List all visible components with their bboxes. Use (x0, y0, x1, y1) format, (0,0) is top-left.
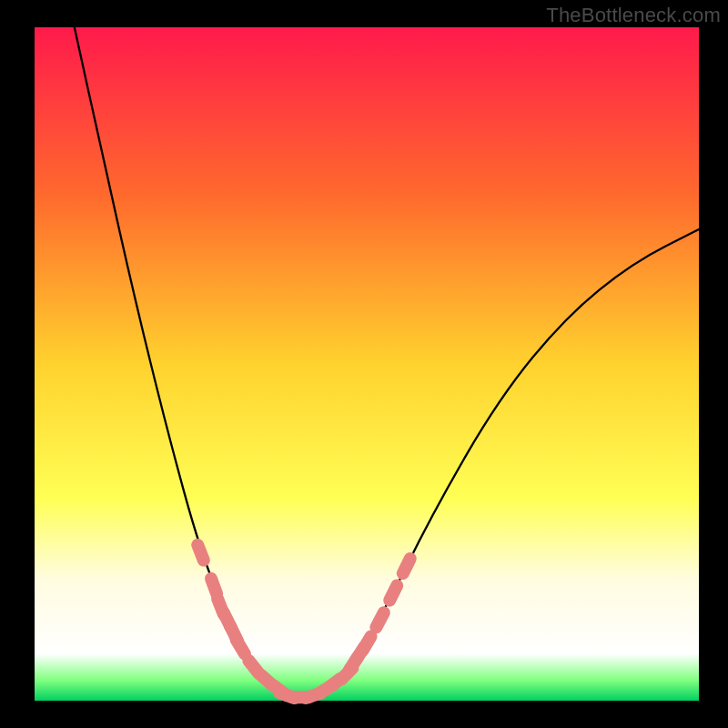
plot-area (35, 27, 699, 701)
marker-point (403, 559, 410, 573)
marker-point (211, 579, 217, 594)
marker-point (389, 586, 397, 601)
marker-point (237, 640, 245, 653)
marker-point (362, 636, 370, 650)
watermark-text: TheBottleneck.com (546, 4, 721, 27)
marker-point (376, 612, 383, 627)
marker-point (197, 545, 204, 561)
chart-stage: TheBottleneck.com (0, 0, 728, 728)
chart-svg (0, 0, 728, 728)
